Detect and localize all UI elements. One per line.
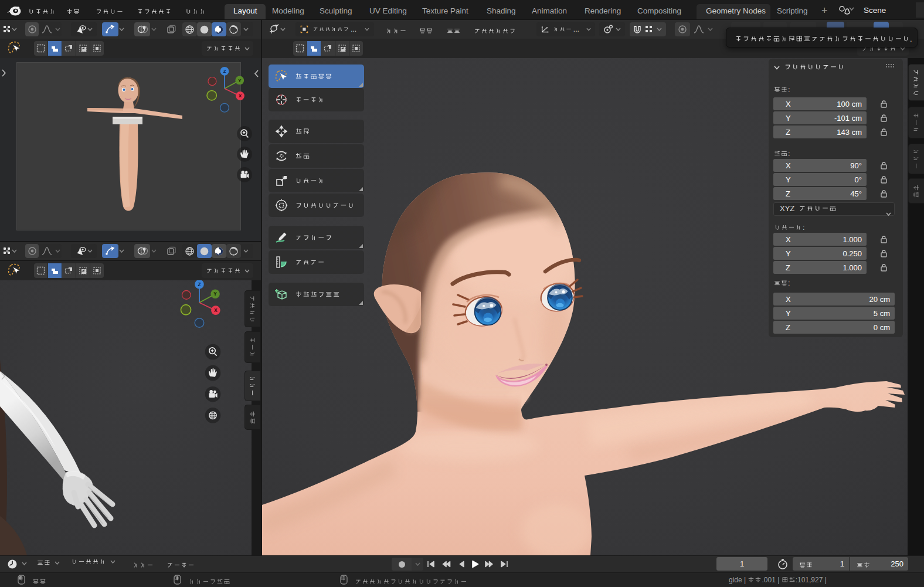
svg-text:Z: Z <box>198 282 201 287</box>
svg-text:Y: Y <box>238 78 242 83</box>
svg-text:X: X <box>214 308 218 313</box>
svg-text:Y: Y <box>213 291 217 297</box>
svg-text:Z: Z <box>223 69 226 74</box>
svg-text:X: X <box>239 93 242 99</box>
